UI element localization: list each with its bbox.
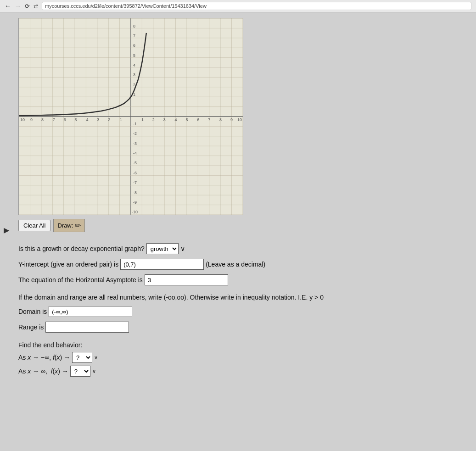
end-behavior-2-row: As x → ∞, f(x) → ? ∞ -∞ 3 0 ∨ (18, 366, 467, 377)
end-behavior-1-dropdown-icon: ∨ (94, 354, 98, 362)
svg-text:5: 5 (185, 117, 188, 122)
svg-text:8: 8 (133, 24, 135, 28)
svg-text:1: 1 (141, 117, 144, 122)
forward-button: → (15, 2, 21, 10)
svg-text:-6: -6 (62, 117, 66, 122)
end-behavior-title-row: Find the end behavior: (18, 340, 467, 350)
page-content: 8 7 6 5 4 3 2 1 -1 -2 -3 -4 -5 -6 -7 -8 … (0, 12, 476, 450)
end-behavior-section: Find the end behavior: As x → −∞, f(x) →… (18, 340, 467, 377)
pencil-icon: ✏ (75, 221, 81, 230)
graph-area[interactable]: 8 7 6 5 4 3 2 1 -1 -2 -3 -4 -5 -6 -7 -8 … (18, 18, 243, 215)
browser-bar: ← → ⟳ ⇄ mycourses.cccs.edu/d2l/le/conten… (0, 0, 476, 12)
svg-text:4: 4 (133, 63, 135, 67)
svg-text:-8: -8 (40, 117, 44, 122)
q1-label: Is this a growth or decay exponential gr… (18, 244, 145, 254)
svg-text:-6: -6 (133, 171, 137, 175)
range-input[interactable] (45, 322, 129, 333)
domain-label: Domain is (18, 306, 47, 317)
graph-grid: 8 7 6 5 4 3 2 1 -1 -2 -3 -4 -5 -6 -7 -8 … (19, 18, 243, 215)
range-row: Range is (18, 322, 467, 333)
svg-text:-4: -4 (133, 151, 137, 156)
range-label: Range is (18, 322, 44, 332)
clear-all-button[interactable]: Clear All (18, 220, 50, 231)
svg-text:-5: -5 (133, 161, 137, 166)
svg-text:5: 5 (133, 53, 135, 58)
svg-text:7: 7 (133, 33, 135, 38)
svg-text:-1: -1 (118, 117, 122, 122)
svg-text:-5: -5 (73, 117, 77, 122)
end-behavior-2-dropdown-icon: ∨ (92, 367, 96, 376)
svg-text:-9: -9 (29, 117, 33, 122)
svg-text:-10: -10 (19, 117, 25, 122)
svg-text:-3: -3 (133, 141, 137, 146)
q1-select[interactable]: growth decay (146, 243, 179, 254)
svg-text:-4: -4 (84, 117, 88, 122)
end-behavior-2-prefix: As x → ∞, f(x) → (18, 366, 68, 376)
svg-text:-2: -2 (133, 131, 137, 136)
reload-button[interactable]: ⟳ (25, 3, 30, 10)
q2-label: Y-intercept (give an ordered pair) is (18, 259, 118, 269)
domain-row: Domain is (18, 306, 467, 317)
end-behavior-1-select[interactable]: ? ∞ -∞ 3 0 (72, 352, 92, 363)
end-behavior-1-prefix: As x → −∞, f(x) → (18, 352, 70, 362)
q2-row: Y-intercept (give an ordered pair) is (L… (18, 259, 467, 270)
svg-text:4: 4 (175, 117, 177, 122)
svg-text:-2: -2 (106, 117, 110, 122)
questions-area: Is this a growth or decay exponential gr… (18, 243, 467, 377)
nav-arrow-left[interactable]: ▶ (4, 226, 9, 234)
q2-input[interactable] (120, 259, 204, 270)
svg-text:-7: -7 (133, 180, 137, 185)
q1-dropdown-icon: ∨ (180, 244, 185, 254)
svg-text:6: 6 (197, 117, 199, 122)
svg-text:7: 7 (208, 117, 210, 122)
svg-text:-10: -10 (132, 210, 138, 214)
q1-row: Is this a growth or decay exponential gr… (18, 243, 467, 254)
q3-input[interactable] (145, 274, 228, 285)
svg-text:2: 2 (152, 117, 155, 122)
draw-label: Draw: (57, 222, 73, 229)
svg-text:10: 10 (237, 117, 242, 122)
svg-text:-9: -9 (133, 200, 137, 205)
url-bar[interactable]: mycourses.cccs.edu/d2l/le/content/395872… (42, 2, 471, 10)
back-button[interactable]: ← (5, 2, 11, 10)
end-behavior-2-select[interactable]: ? ∞ -∞ 3 0 (70, 366, 90, 377)
q3-row: The equation of the Horizontal Asymptote… (18, 274, 467, 285)
end-behavior-label: Find the end behavior: (18, 340, 82, 350)
svg-text:8: 8 (219, 117, 222, 122)
controls-row: Clear All Draw: ✏ (18, 219, 467, 232)
svg-text:-8: -8 (133, 190, 137, 195)
q2-note: (Leave as a decimal) (206, 259, 265, 269)
svg-text:3: 3 (133, 72, 135, 77)
svg-text:-1: -1 (133, 122, 137, 126)
draw-area: Draw: ✏ (53, 219, 85, 232)
q4-label: If the domain and range are all real num… (18, 293, 324, 302)
domain-input[interactable] (49, 306, 132, 317)
svg-text:-7: -7 (51, 117, 55, 122)
svg-text:9: 9 (230, 117, 233, 122)
end-behavior-1-row: As x → −∞, f(x) → ? ∞ -∞ 3 0 ∨ (18, 352, 467, 363)
svg-text:-3: -3 (95, 117, 99, 122)
q3-label: The equation of the Horizontal Asymptote… (18, 275, 143, 285)
q4-instruction-row: If the domain and range are all real num… (18, 293, 467, 302)
svg-text:3: 3 (163, 117, 166, 122)
reload-button2[interactable]: ⇄ (34, 3, 38, 9)
svg-text:6: 6 (133, 43, 135, 48)
